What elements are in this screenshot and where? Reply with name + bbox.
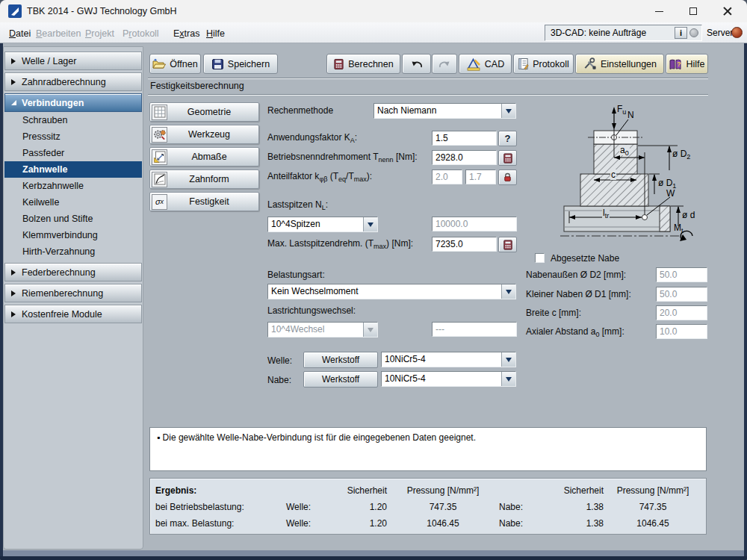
anwendungsfaktor-input[interactable] [432, 131, 497, 146]
save-button[interactable]: Speichern [203, 54, 278, 74]
nennmoment-input[interactable] [432, 150, 497, 165]
menu-extras[interactable]: Extras [170, 26, 202, 41]
sidebar-item-zahnradberechnung[interactable]: Zahnradberechnung [4, 72, 142, 91]
anteilfaktor-lock-button[interactable] [498, 169, 517, 185]
welle-werkstoff-button[interactable]: Werkstoff [303, 352, 378, 368]
tab-festigkeit[interactable]: σx Festigkeit [149, 192, 259, 211]
redo-arrow-icon [438, 58, 451, 70]
sidebar-item-welle-lager[interactable]: Welle / Lager [4, 52, 142, 70]
result-shaft-label: Welle: [286, 518, 342, 529]
cad-status-text: 3D-CAD: keine Aufträge [545, 28, 675, 38]
protocol-button[interactable]: Protokoll [513, 54, 574, 74]
lastspitzen-dropdown[interactable]: 10^4Spitzen [267, 217, 378, 232]
result-hub-label: Nabe: [499, 502, 548, 512]
help-button[interactable]: ? Hilfe [666, 54, 708, 74]
anwendungsfaktor-help-button[interactable]: ? [498, 131, 517, 146]
chevron-down-icon [501, 284, 515, 299]
sidebar-item-klemmverbindung[interactable]: Klemmverbindung [4, 227, 142, 243]
sidebar-item-federberechnung[interactable]: Federberechnung [4, 263, 142, 281]
col-header-pressung: Pressung [N/mm²] [387, 485, 499, 496]
tab-werkzeug[interactable]: Werkzeug [149, 125, 259, 144]
server-status-indicator [731, 27, 743, 38]
undo-button[interactable] [402, 54, 431, 74]
sidebar-item-schrauben[interactable]: Schrauben [4, 112, 142, 128]
max-lastspitzen-input[interactable] [432, 237, 497, 252]
divider [148, 94, 708, 95]
max-lastspitzen-label: Max. Lastspitzendrehm. (Tmax) [Nm]: [267, 238, 413, 249]
tab-zahnform[interactable]: Zahnform [149, 169, 259, 189]
lastrichtungswechsel-label: Lastrichtungswechsel: [267, 305, 356, 316]
nennmoment-label: Betriebsnenndrehmoment Tnenn [Nm]: [267, 152, 418, 162]
frame-bottom [0, 556, 747, 560]
document-icon [518, 57, 529, 70]
minimize-button[interactable] [644, 1, 674, 21]
lastspitzen-count-input [432, 217, 517, 231]
max-lastspitzen-calc-button[interactable] [498, 237, 517, 252]
cad-info-button[interactable]: i [675, 27, 687, 39]
close-icon [723, 7, 732, 16]
belastungsart-label: Belastungsart: [267, 270, 325, 280]
kleiner-naben-d1-label: Kleiner Naben Ø D1 [mm]: [526, 289, 631, 299]
floppy-disk-icon [211, 58, 224, 70]
abgesetzte-nabe-checkbox[interactable] [535, 253, 545, 263]
cad-button[interactable]: CAD [459, 54, 512, 74]
belastungsart-dropdown[interactable]: Kein Wechselmoment [267, 284, 516, 299]
welle-label: Welle: [267, 355, 292, 366]
hub-shaft-diagram: Fu N a0 ø D2 c ø D1 W ltr ø d Mt [523, 99, 710, 247]
window-title: TBK 2014 - GWJ Technology GmbH [27, 6, 177, 16]
col-header-pressung: Pressung [N/mm²] [604, 485, 702, 496]
lock-icon [503, 172, 512, 182]
menu-hilfe[interactable]: Hilfe [203, 26, 228, 41]
sigma-icon: σx [152, 194, 167, 210]
dim-c-label: c [610, 169, 616, 180]
cad-drafting-icon [466, 57, 481, 71]
maximize-button[interactable] [678, 1, 708, 21]
sidebar-item-presssitz[interactable]: Presssitz [4, 128, 142, 145]
sidebar: Welle / Lager Zahnradberechnung Verbindu… [3, 46, 143, 550]
nabe-werkstoff-dropdown[interactable]: 10NiCr5-4 [381, 371, 516, 387]
sidebar-item-keilwelle[interactable]: Keilwelle [4, 194, 142, 211]
settings-button[interactable]: Einstellungen [575, 54, 664, 74]
status-message: ▪ Die gewählte Welle-Nabe-Verbindung ist… [157, 432, 476, 443]
calculator-icon [333, 58, 344, 70]
chevron-down-icon [501, 104, 515, 118]
nennmoment-calc-button[interactable] [498, 150, 517, 166]
anteilfaktor-label: Anteilfaktor kφβ (Teq/Tmax): [267, 171, 372, 181]
cad-status-indicator [689, 28, 698, 37]
maximize-icon [689, 7, 697, 15]
nabe-werkstoff-button[interactable]: Werkstoff [303, 371, 378, 388]
tooth-profile-icon [152, 172, 167, 187]
svg-text:?: ? [678, 60, 681, 68]
cad-status-box: 3D-CAD: keine Aufträge i [545, 25, 702, 41]
menu-datei[interactable]: Datei [6, 26, 34, 41]
menu-bearbeiten: Bearbeiten [33, 26, 84, 41]
help-book-icon: ? [669, 58, 682, 70]
breite-c-label: Breite c [mm]: [526, 308, 581, 318]
tab-abmasse[interactable]: Abmaße [149, 147, 259, 167]
sidebar-item-verbindungen[interactable]: Verbindungen [4, 93, 142, 112]
nabe-label: Nabe: [267, 375, 291, 385]
tab-geometrie[interactable]: Geometrie [149, 102, 259, 122]
rechenmethode-dropdown[interactable]: Nach Niemann [374, 103, 516, 119]
result-hub-pressung: 747.35 [604, 502, 702, 512]
result-shaft-pressung: 1046.45 [387, 518, 499, 529]
results-table: Ergebnis: Sicherheit Pressung [N/mm²] Si… [149, 478, 707, 535]
close-button[interactable] [713, 1, 743, 21]
open-button[interactable]: Öffnen [149, 54, 201, 74]
sidebar-item-kostenfreie-module[interactable]: Kostenfreie Module [4, 305, 142, 323]
divider [148, 78, 708, 78]
sidebar-item-zahnwelle[interactable]: Zahnwelle [4, 161, 142, 178]
sidebar-item-kerbzahnwelle[interactable]: Kerbzahnwelle [4, 178, 142, 194]
result-row-label: bei max. Belastung: [155, 518, 286, 529]
calculate-button[interactable]: Berechnen [326, 54, 400, 74]
sidebar-item-hirth-verzahnung[interactable]: Hirth-Verzahnung [4, 243, 142, 260]
sidebar-item-passfeder[interactable]: Passfeder [4, 145, 142, 161]
sidebar-item-bolzen-und-stifte[interactable]: Bolzen und Stifte [4, 211, 142, 227]
app-logo-icon [8, 4, 22, 18]
welle-werkstoff-dropdown[interactable]: 10NiCr5-4 [381, 352, 516, 367]
result-hub-label: Nabe: [499, 518, 548, 529]
calculator-icon [503, 240, 513, 250]
sidebar-item-riemenberechnung[interactable]: Riemenberechnung [4, 284, 142, 302]
result-shaft-sicherheit: 1.20 [342, 502, 387, 512]
chevron-right-icon [11, 79, 16, 85]
